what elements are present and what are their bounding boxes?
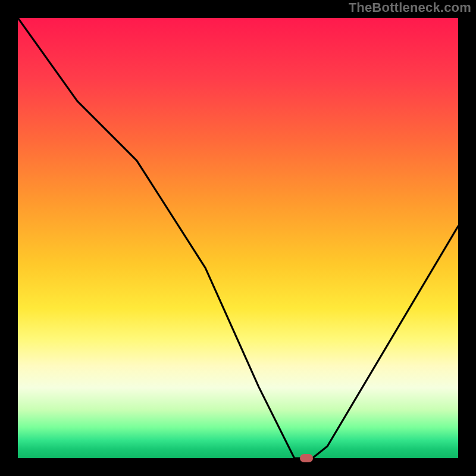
optimal-marker	[300, 454, 313, 462]
chart-frame: TheBottleneck.com	[0, 0, 476, 476]
plot-area	[18, 18, 458, 458]
watermark-text: TheBottleneck.com	[349, 0, 471, 15]
bottleneck-curve	[18, 18, 458, 458]
